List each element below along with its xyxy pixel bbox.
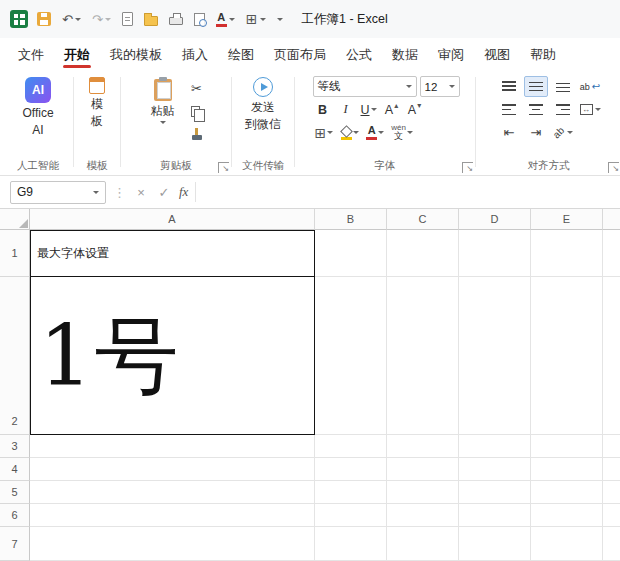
grid-cell[interactable]: [531, 458, 603, 481]
grid-cell[interactable]: [315, 435, 387, 458]
grid-cell[interactable]: [387, 481, 459, 504]
column-header-E[interactable]: E: [531, 209, 603, 230]
new-document-button[interactable]: [120, 10, 135, 28]
fill-color-button[interactable]: [338, 122, 361, 143]
print-preview-button[interactable]: [192, 11, 207, 28]
grid-cell[interactable]: [30, 481, 315, 504]
qat-font-color-button[interactable]: A: [214, 10, 237, 29]
grid-cell[interactable]: [603, 481, 620, 504]
underline-button[interactable]: U: [359, 99, 379, 120]
tab-file[interactable]: 文件: [8, 38, 54, 71]
formula-input[interactable]: [203, 181, 612, 204]
grid-cell[interactable]: [459, 458, 531, 481]
drag-handle-icon[interactable]: ⋮: [113, 186, 126, 199]
increase-indent-button[interactable]: ⇥: [524, 122, 548, 143]
align-center-button[interactable]: [524, 99, 548, 120]
tab-view[interactable]: 视图: [474, 38, 520, 71]
bold-button[interactable]: B: [313, 99, 333, 120]
grid-cell[interactable]: [531, 481, 603, 504]
grid-cell[interactable]: [315, 481, 387, 504]
grid-cell[interactable]: [459, 230, 531, 277]
align-right-button[interactable]: [551, 99, 575, 120]
tab-page-layout[interactable]: 页面布局: [264, 38, 336, 71]
grid-cell[interactable]: [531, 277, 603, 435]
customize-toolbar-button[interactable]: [275, 16, 285, 23]
grid-cell[interactable]: [387, 527, 459, 561]
undo-button[interactable]: ↶: [60, 11, 83, 28]
cell-A1[interactable]: 最大字体设置: [30, 230, 315, 277]
tab-help[interactable]: 帮助: [520, 38, 566, 71]
tab-formulas[interactable]: 公式: [336, 38, 382, 71]
grid-cell[interactable]: [315, 230, 387, 277]
grid-cell[interactable]: [30, 504, 315, 527]
align-middle-button[interactable]: [524, 76, 548, 97]
grid-cell[interactable]: [531, 527, 603, 561]
row-header-6[interactable]: 6: [0, 504, 30, 527]
column-header-C[interactable]: C: [387, 209, 459, 230]
text-orientation-button[interactable]: ab: [551, 122, 575, 143]
grid-cell[interactable]: [531, 230, 603, 277]
grid-cell[interactable]: [315, 504, 387, 527]
align-top-button[interactable]: [497, 76, 521, 97]
format-painter-button[interactable]: [185, 124, 209, 144]
grid-cell[interactable]: [459, 481, 531, 504]
cell-A2[interactable]: 1号: [30, 277, 315, 435]
grid-cell[interactable]: [603, 458, 620, 481]
grid-cell[interactable]: [603, 277, 620, 435]
paste-button[interactable]: 粘贴: [146, 75, 180, 124]
grid-cell[interactable]: [387, 230, 459, 277]
wrap-text-button[interactable]: ab↩: [578, 76, 602, 97]
grid-cell[interactable]: [387, 458, 459, 481]
grid-cell[interactable]: [603, 527, 620, 561]
row-header-1[interactable]: 1: [0, 230, 30, 277]
grid-cell[interactable]: [603, 230, 620, 277]
open-file-button[interactable]: [142, 11, 160, 28]
font-family-combobox[interactable]: 等线: [313, 76, 417, 97]
cut-button[interactable]: ✂: [185, 78, 209, 98]
select-all-corner[interactable]: [0, 209, 30, 230]
font-color-button[interactable]: A: [364, 122, 386, 143]
redo-button[interactable]: ↷: [90, 11, 113, 28]
send-to-wechat-button[interactable]: 发送 到微信: [240, 73, 286, 132]
merge-center-button[interactable]: ↔: [578, 99, 602, 120]
print-button[interactable]: [167, 11, 185, 27]
tab-insert[interactable]: 插入: [172, 38, 218, 71]
grid-cell[interactable]: [30, 458, 315, 481]
row-header-3[interactable]: 3: [0, 435, 30, 458]
column-header-B[interactable]: B: [315, 209, 387, 230]
template-button[interactable]: 模 板: [84, 73, 110, 129]
grid-cell[interactable]: [459, 504, 531, 527]
row-header-5[interactable]: 5: [0, 481, 30, 504]
font-dialog-launcher[interactable]: ↘: [462, 162, 473, 173]
decrease-font-size-button[interactable]: A▾: [405, 99, 425, 120]
italic-button[interactable]: I: [336, 99, 356, 120]
clipboard-dialog-launcher[interactable]: ↘: [218, 162, 229, 173]
grid-cell[interactable]: [30, 527, 315, 561]
grid-cell[interactable]: [603, 435, 620, 458]
column-header-D[interactable]: D: [459, 209, 531, 230]
tab-review[interactable]: 审阅: [428, 38, 474, 71]
font-size-combobox[interactable]: 12: [420, 76, 460, 97]
column-header-A[interactable]: A: [30, 209, 315, 230]
phonetic-guide-button[interactable]: wén 文: [389, 122, 415, 143]
increase-font-size-button[interactable]: A▴: [382, 99, 402, 120]
tab-draw[interactable]: 绘图: [218, 38, 264, 71]
row-header-2[interactable]: 2: [0, 277, 30, 435]
grid-cell[interactable]: [315, 527, 387, 561]
insert-function-button[interactable]: fx: [179, 184, 188, 200]
cancel-entry-button[interactable]: ×: [133, 185, 149, 200]
grid-cell[interactable]: [315, 277, 387, 435]
tab-my-templates[interactable]: 我的模板: [100, 38, 172, 71]
grid-cell[interactable]: [459, 527, 531, 561]
grid-cell[interactable]: [387, 435, 459, 458]
office-ai-button[interactable]: AI Office AI: [17, 73, 58, 138]
grid-cell[interactable]: [603, 504, 620, 527]
tab-data[interactable]: 数据: [382, 38, 428, 71]
grid-cell[interactable]: [315, 458, 387, 481]
grid-cell[interactable]: [531, 504, 603, 527]
qat-borders-button[interactable]: ⊞: [244, 10, 268, 28]
name-box[interactable]: G9: [10, 181, 106, 204]
tab-home[interactable]: 开始: [54, 38, 100, 71]
align-bottom-button[interactable]: [551, 76, 575, 97]
row-header-4[interactable]: 4: [0, 458, 30, 481]
